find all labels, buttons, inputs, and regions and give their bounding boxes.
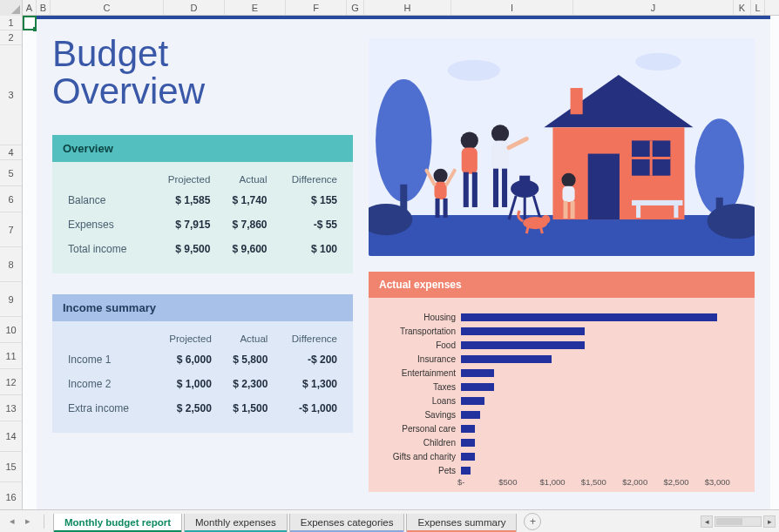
overview-card: Overview Projected Actual Difference Bal… [52, 135, 353, 273]
chart-bar-label: Insurance [377, 354, 461, 364]
chart-bar-label: Housing [377, 313, 461, 322]
sheet-tab[interactable]: Expenses summary [406, 514, 517, 532]
svg-point-16 [635, 53, 681, 71]
svg-line-46 [526, 226, 528, 233]
row-header[interactable]: 14 [0, 421, 22, 452]
add-sheet-button[interactable]: + [524, 513, 541, 530]
column-header[interactable]: D [164, 0, 225, 15]
sheet-tab[interactable]: Monthly expenses [184, 514, 288, 532]
column-header[interactable]: B [37, 0, 51, 15]
scroll-left-button[interactable]: ◂ [701, 515, 713, 528]
svg-rect-37 [444, 199, 448, 218]
svg-rect-42 [564, 201, 568, 219]
svg-rect-31 [493, 169, 498, 207]
table-row: Total income$ 9,500$ 9,600$ 100 [63, 237, 342, 261]
overview-table: Projected Actual Difference Balance$ 1,5… [63, 171, 342, 261]
column-header[interactable]: K [734, 0, 751, 15]
income-table: Projected Actual Difference Income 1$ 6,… [63, 330, 342, 421]
chart-bar [461, 327, 585, 335]
row-header[interactable]: 7 [0, 212, 22, 247]
chart-bar [461, 397, 484, 405]
chart-bar-label: Savings [377, 410, 461, 420]
svg-rect-21 [519, 176, 530, 186]
chart-bar [461, 355, 552, 363]
column-header[interactable]: G [347, 0, 364, 15]
chart-bar-row: Gifts and charity [377, 449, 746, 463]
row-header[interactable]: 9 [0, 282, 22, 317]
row-header[interactable]: 8 [0, 247, 22, 282]
column-header[interactable]: L [751, 0, 765, 15]
row-header[interactable]: 6 [0, 186, 22, 212]
svg-rect-14 [571, 88, 583, 114]
column-header[interactable]: F [286, 0, 347, 15]
chart-bar-row: Savings [377, 407, 746, 421]
chart-bar-row: Entertainment [377, 366, 746, 380]
chart-bar-label: Gifts and charity [377, 452, 461, 461]
table-row: Extra income$ 2,500$ 1,500-$ 1,000 [63, 396, 342, 421]
chart-bar-row: Pets [377, 463, 746, 477]
row-header[interactable]: 15 [0, 452, 22, 482]
row-header[interactable]: 11 [0, 343, 22, 369]
table-row: Income 1$ 6,000$ 5,800-$ 200 [63, 347, 342, 372]
table-header-row: Projected Actual Difference [63, 330, 342, 347]
spreadsheet-grid[interactable]: BudgetOverview Overview Projected Actual… [23, 16, 779, 509]
row-header[interactable]: 1 [0, 16, 22, 30]
svg-point-25 [461, 131, 478, 149]
svg-rect-27 [464, 172, 469, 207]
tab-nav-first[interactable]: ◂ [5, 515, 19, 529]
svg-rect-19 [674, 205, 678, 218]
svg-rect-32 [502, 169, 507, 207]
column-header[interactable]: I [451, 0, 573, 15]
tab-nav-prev[interactable]: ▸ [21, 515, 35, 529]
svg-point-15 [448, 60, 500, 81]
column-header[interactable]: C [51, 0, 164, 15]
svg-point-29 [491, 125, 509, 142]
chart-bar-row: Housing [377, 310, 746, 324]
svg-rect-41 [563, 186, 575, 202]
row-header[interactable]: 13 [0, 395, 22, 421]
sheet-tab[interactable]: Monthly budget report [53, 514, 182, 532]
select-all-corner[interactable] [0, 0, 23, 16]
active-cell [23, 16, 37, 30]
column-header[interactable]: H [364, 0, 451, 15]
chart-bar [461, 453, 475, 461]
chart-bar-row: Personal care [377, 421, 746, 435]
horizontal-scrollbar[interactable]: ◂ ▸ [701, 515, 779, 528]
chart-bar [461, 439, 475, 447]
chart-bar [461, 383, 494, 391]
sheet-tab[interactable]: Expenses categories [289, 514, 405, 532]
chart-bar-label: Transportation [377, 327, 461, 336]
scroll-track[interactable] [715, 516, 762, 527]
chart-heading: Actual expenses [369, 272, 755, 298]
scroll-right-button[interactable]: ▸ [763, 515, 776, 528]
sheet-tabs: Monthly budget reportMonthly expensesExp… [53, 510, 518, 532]
chart-bar-label: Entertainment [377, 368, 461, 378]
row-header[interactable]: 2 [0, 30, 22, 45]
row-header[interactable]: 3 [0, 45, 22, 145]
chart-bar [461, 369, 494, 377]
row-header[interactable]: 5 [0, 160, 22, 186]
row-header[interactable]: 12 [0, 369, 22, 395]
column-headers: ABCDEFGHIJKL [0, 0, 779, 16]
chart-bar-row: Taxes [377, 380, 746, 394]
column-header[interactable]: J [573, 0, 734, 15]
row-header[interactable]: 4 [0, 145, 22, 160]
row-header[interactable]: 16 [0, 482, 22, 513]
chart-bar-label: Children [377, 438, 461, 448]
svg-point-40 [562, 173, 576, 187]
chart-bar-row: Transportation [377, 324, 746, 338]
chart-bar-label: Food [377, 340, 461, 350]
chart-bar [461, 341, 585, 349]
table-row: Income 2$ 1,000$ 2,300$ 1,300 [63, 372, 342, 396]
chart-bar-row: Loans [377, 394, 746, 407]
chart-bar [461, 467, 471, 475]
column-header[interactable]: A [23, 0, 37, 15]
column-header[interactable]: E [225, 0, 286, 15]
row-header[interactable]: 10 [0, 317, 22, 343]
hero-illustration [369, 38, 755, 256]
svg-point-34 [434, 169, 448, 183]
income-heading: Income summary [52, 294, 353, 321]
svg-rect-36 [436, 199, 440, 218]
chart-bar-row: Food [377, 338, 746, 352]
svg-rect-17 [632, 200, 682, 205]
